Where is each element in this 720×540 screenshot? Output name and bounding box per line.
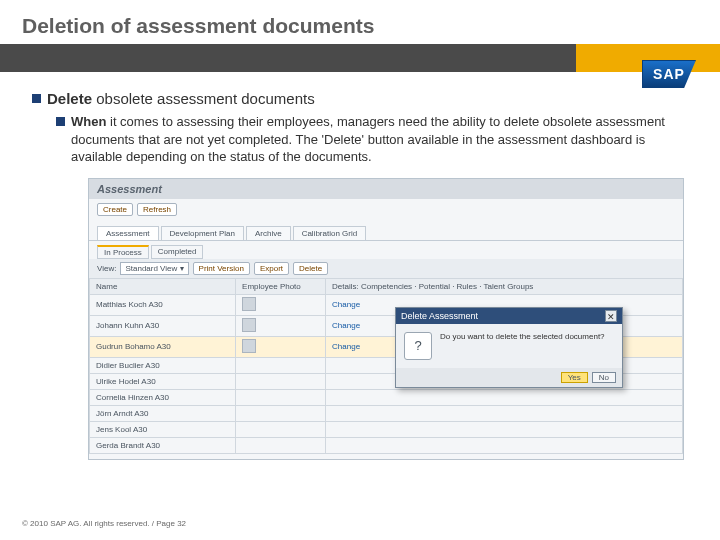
table-row[interactable]: Cornelia Hinzen A30: [90, 389, 683, 405]
footer-text: © 2010 SAP AG. All rights reserved. / Pa…: [22, 519, 186, 528]
subtab-completed[interactable]: Completed: [151, 245, 204, 259]
no-button[interactable]: No: [592, 372, 616, 383]
col-details: Details: Competencies · Potential · Rule…: [326, 278, 683, 294]
create-button[interactable]: Create: [97, 203, 133, 216]
change-link[interactable]: Change: [332, 300, 360, 309]
tab-assessment[interactable]: Assessment: [97, 226, 159, 240]
tab-archive[interactable]: Archive: [246, 226, 291, 240]
cell-photo: [236, 421, 326, 437]
screenshot-toolbar: Create Refresh: [89, 199, 683, 220]
heading-bold: Delete: [47, 90, 92, 107]
dialog-header: Delete Assessment ✕: [396, 308, 622, 324]
paragraph-level2: When it comes to assessing their employe…: [71, 113, 690, 166]
body-area: Delete obsolete assessment documents Whe…: [0, 72, 720, 460]
delete-dialog: Delete Assessment ✕ ? Do you want to del…: [395, 307, 623, 388]
embedded-screenshot: Assessment Create Refresh Assessment Dev…: [88, 178, 684, 460]
question-icon: ?: [404, 332, 432, 360]
cell-name: Cornelia Hinzen A30: [90, 389, 236, 405]
cell-name: Gudrun Bohamo A30: [90, 336, 236, 357]
change-link[interactable]: Change: [332, 321, 360, 330]
view-label: View:: [97, 264, 116, 273]
cell-name: Jörn Arndt A30: [90, 405, 236, 421]
tab-calibration[interactable]: Calibration Grid: [293, 226, 367, 240]
col-name: Name: [90, 278, 236, 294]
export-button[interactable]: Export: [254, 262, 289, 275]
sub-rest: it comes to assessing their employees, m…: [71, 114, 665, 164]
cell-action: [326, 389, 683, 405]
yes-button[interactable]: Yes: [561, 372, 588, 383]
cell-name: Ulrike Hodel A30: [90, 373, 236, 389]
cell-photo: [236, 405, 326, 421]
view-row: View: Standard View ▾ Print Version Expo…: [89, 259, 683, 278]
col-photo: Employee Photo: [236, 278, 326, 294]
dialog-message: Do you want to delete the selected docum…: [440, 332, 605, 360]
cell-photo: [236, 294, 326, 315]
screenshot-panel-title: Assessment: [89, 179, 683, 199]
tab-devplan[interactable]: Development Plan: [161, 226, 244, 240]
table-row[interactable]: Jörn Arndt A30: [90, 405, 683, 421]
slide-title: Deletion of assessment documents: [0, 0, 720, 44]
employee-photo-icon: [242, 318, 256, 332]
cell-name: Jens Kool A30: [90, 421, 236, 437]
employee-photo-icon: [242, 339, 256, 353]
change-link[interactable]: Change: [332, 342, 360, 351]
print-button[interactable]: Print Version: [193, 262, 250, 275]
cell-photo: [236, 373, 326, 389]
cell-name: Didier Buclier A30: [90, 357, 236, 373]
cell-action: [326, 437, 683, 453]
refresh-button[interactable]: Refresh: [137, 203, 177, 216]
cell-action: [326, 405, 683, 421]
sap-logo: SAP: [642, 60, 696, 88]
cell-photo: [236, 315, 326, 336]
dialog-title: Delete Assessment: [401, 311, 478, 321]
heading-level1: Delete obsolete assessment documents: [47, 90, 315, 107]
sub-bold: When: [71, 114, 106, 129]
cell-photo: [236, 437, 326, 453]
table-row[interactable]: Gerda Brandt A30: [90, 437, 683, 453]
main-tabs: Assessment Development Plan Archive Cali…: [89, 226, 683, 241]
cell-photo: [236, 357, 326, 373]
bullet-square-icon: [32, 94, 41, 103]
title-bar: [0, 44, 720, 72]
bullet-square-icon: [56, 117, 65, 126]
cell-name: Matthias Koch A30: [90, 294, 236, 315]
table-row[interactable]: Jens Kool A30: [90, 421, 683, 437]
subtab-inprocess[interactable]: In Process: [97, 245, 149, 259]
cell-photo: [236, 336, 326, 357]
close-icon[interactable]: ✕: [605, 310, 617, 322]
cell-action: [326, 421, 683, 437]
sub-tabs: In Process Completed: [89, 241, 683, 259]
delete-button[interactable]: Delete: [293, 262, 328, 275]
employee-photo-icon: [242, 297, 256, 311]
view-value: Standard View: [125, 264, 177, 273]
cell-name: Gerda Brandt A30: [90, 437, 236, 453]
cell-photo: [236, 389, 326, 405]
sap-logo-text: SAP: [642, 60, 696, 88]
heading-rest: obsolete assessment documents: [92, 90, 315, 107]
cell-name: Johann Kuhn A30: [90, 315, 236, 336]
view-select[interactable]: Standard View ▾: [120, 262, 188, 275]
